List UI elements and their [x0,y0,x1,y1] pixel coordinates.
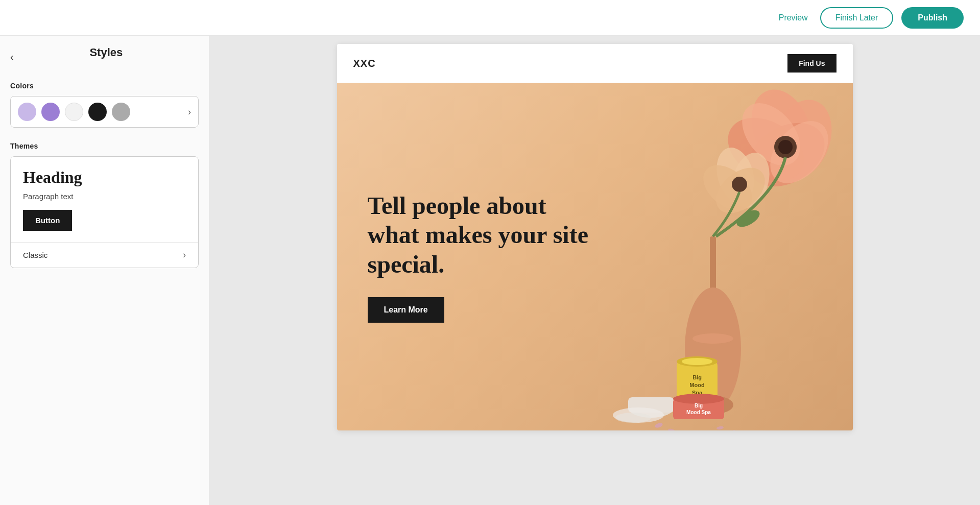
publish-button[interactable]: Publish [901,7,964,29]
theme-button[interactable]: Button [23,210,72,231]
preview-button[interactable]: Preview [779,13,808,22]
svg-point-21 [615,413,651,423]
svg-point-33 [667,428,675,430]
topbar: Preview Finish Later Publish [0,0,980,36]
theme-card: Heading Paragraph text Button Classic › [10,156,199,268]
hero-headline: Tell people about what makes your site s… [368,191,590,279]
back-button[interactable]: ‹ [10,51,14,63]
themes-label: Themes [10,142,199,150]
svg-text:Big: Big [694,403,702,408]
colors-label: Colors [10,82,199,90]
site-nav: XXC Find Us [337,44,853,83]
colors-section: Colors › [10,82,199,128]
sidebar: ‹ Styles Colors › Themes Heading Paragra [0,36,209,505]
colors-chevron-icon[interactable]: › [188,107,191,117]
svg-point-16 [732,177,747,192]
svg-point-35 [732,429,738,430]
hero-visual: Big Mood Spa Big Mood Spa [595,83,853,430]
svg-text:Mood Spa: Mood Spa [686,410,711,415]
svg-point-24 [682,358,712,365]
color-swatch-black[interactable] [88,103,107,121]
theme-card-body: Heading Paragraph text Button [11,157,198,242]
color-swatch-lavender-mid[interactable] [41,103,60,121]
find-us-button[interactable]: Find Us [787,54,836,73]
site-logo: XXC [353,58,376,69]
svg-text:Mood: Mood [689,382,704,388]
hero-content: Tell people about what makes your site s… [337,160,621,354]
svg-point-3 [692,333,733,344]
finish-later-button[interactable]: Finish Later [820,7,894,29]
theme-name: Classic [23,251,47,259]
svg-text:Big: Big [692,374,702,380]
color-swatches-row: › [10,96,199,128]
svg-point-11 [778,140,793,154]
theme-card-footer[interactable]: Classic › [11,242,198,268]
color-swatch-white[interactable] [65,103,83,121]
hero-decoration-svg: Big Mood Spa Big Mood Spa [597,83,853,430]
main-layout: ‹ Styles Colors › Themes Heading Paragra [0,36,980,505]
theme-chevron-icon[interactable]: › [183,250,186,260]
sidebar-title: Styles [14,46,199,59]
color-swatch-lavender-light[interactable] [18,103,36,121]
color-swatch-gray[interactable] [112,103,130,121]
site-hero: Tell people about what makes your site s… [337,83,853,430]
back-icon: ‹ [10,51,14,63]
theme-paragraph: Paragraph text [23,192,186,201]
preview-area: XXC Find Us Tell people about what makes… [209,36,980,505]
theme-heading: Heading [23,168,186,187]
svg-point-29 [673,394,724,404]
svg-point-32 [654,422,663,429]
hero-cta-button[interactable]: Learn More [368,297,444,323]
svg-point-34 [716,426,724,430]
themes-section: Themes Heading Paragraph text Button Cla… [10,142,199,268]
site-preview: XXC Find Us Tell people about what makes… [337,44,853,430]
